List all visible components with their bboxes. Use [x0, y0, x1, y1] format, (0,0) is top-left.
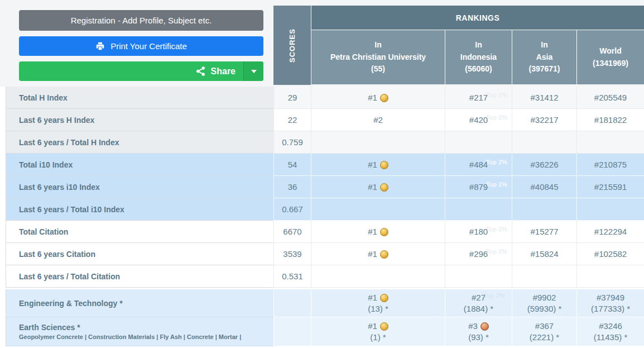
rank-cell-asia: #15277 — [512, 221, 576, 243]
rank-cell-indonesia — [445, 265, 512, 288]
registration-button-label: Registration - Add Profile, Subject etc. — [71, 16, 212, 25]
row-label: Last 6 years / Total H Index — [6, 131, 273, 154]
rank-cell-world: #210875 — [576, 154, 644, 176]
row-label: Total i10 Index — [6, 154, 273, 176]
print-certificate-button[interactable]: Print Your Certificate — [19, 36, 263, 56]
row-label: Total H Index — [6, 87, 273, 109]
score-cell: 6670 — [273, 221, 311, 243]
rank-cell-world: #102582 — [576, 243, 644, 265]
row-sublabel: Geopolymer Concrete | Construction Mater… — [19, 333, 241, 340]
rank-cell-petra — [311, 198, 445, 221]
rank-cell-petra: #2 — [311, 109, 445, 131]
rank-cell-petra — [311, 265, 445, 288]
rank-cell-asia — [512, 265, 576, 288]
rank-cell-indonesia: #217Top 2% — [445, 87, 512, 109]
top-percent-watermark: Top 2% — [484, 292, 505, 299]
share-button[interactable]: Share — [19, 61, 263, 81]
rank-cell-indonesia: #879Top 2% — [445, 176, 512, 198]
row-label: Last 6 years Citation — [6, 243, 273, 265]
rank-cell-world: #3246(11435) * — [576, 317, 644, 346]
gold-medal-icon — [380, 322, 388, 331]
rank-cell-asia: #32217 — [512, 109, 576, 131]
column-headers: InPetra Christian University(55)InIndone… — [311, 30, 644, 84]
rank-cell-asia: #36226 — [512, 154, 576, 176]
registration-button[interactable]: Registration - Add Profile, Subject etc. — [19, 10, 263, 31]
table-row: Last 6 years i10 Index36#1#879Top 2%#408… — [0, 176, 644, 198]
top-percent-watermark: Top 2% — [486, 247, 507, 255]
row-label: Earth Sciences *Geopolymer Concrete | Co… — [6, 317, 273, 346]
rank-cell-petra: #1 — [311, 176, 445, 198]
share-dropdown-toggle[interactable] — [243, 61, 263, 81]
rank-cell-indonesia: #420Top 2% — [445, 109, 512, 131]
gold-medal-icon — [380, 228, 388, 236]
top-percent-watermark: Top 2% — [486, 113, 507, 121]
table-row: Last 6 years Citation3539#1#296Top 2%#15… — [0, 243, 644, 265]
rankings-title: RANKINGS — [311, 6, 644, 30]
score-cell: 0.759 — [273, 131, 311, 154]
rank-cell-world — [576, 131, 644, 154]
score-cell: 0.667 — [273, 198, 311, 221]
rank-cell-indonesia — [445, 198, 512, 221]
gold-medal-icon — [380, 250, 388, 259]
rank-cell-world: #215591 — [576, 176, 644, 198]
rank-cell-world: #181822 — [576, 109, 644, 131]
gold-medal-icon — [380, 183, 388, 192]
rankings-header: RANKINGS InPetra Christian University(55… — [311, 6, 644, 85]
rank-cell-petra: #1 — [311, 243, 445, 265]
rank-cell-petra: #1 — [311, 154, 445, 176]
rank-cell-world — [576, 265, 644, 288]
row-label: Last 6 years / Total Citation — [6, 265, 273, 288]
rank-cell-petra: #1 — [311, 87, 445, 109]
rank-cell-world: #205549 — [576, 87, 644, 109]
column-header-indonesia: InIndonesia(56060) — [445, 30, 512, 84]
rank-cell-world — [576, 198, 644, 221]
score-cell: 0.531 — [273, 265, 311, 288]
row-label: Engineering & Technology * — [6, 289, 273, 317]
table-row: Last 6 years / Total i10 Index0.667 — [0, 198, 644, 221]
rank-cell-asia — [512, 198, 576, 221]
gold-medal-icon — [380, 294, 388, 302]
rank-cell-asia: #31412 — [512, 87, 576, 109]
score-cell: 54 — [273, 154, 311, 176]
rank-cell-indonesia: #3(93) * — [445, 317, 512, 346]
table-row: Total i10 Index54#1#484Top 2%#36226#2108… — [0, 154, 644, 176]
row-label: Last 6 years H Index — [6, 109, 273, 131]
gold-medal-icon — [380, 161, 388, 169]
rank-cell-petra: #1 — [311, 221, 445, 243]
share-button-label: Share — [211, 66, 236, 77]
printer-icon — [95, 41, 105, 51]
rank-cell-world: #122294 — [576, 221, 644, 243]
row-label: Last 6 years / Total i10 Index — [6, 198, 273, 221]
rank-cell-asia: #9902(59930) * — [512, 289, 576, 317]
top-percent-watermark: Top 2% — [486, 91, 507, 99]
column-header-petra: InPetra Christian University(55) — [311, 30, 445, 84]
gold-medal-icon — [380, 94, 388, 102]
score-cell: 36 — [273, 176, 311, 198]
top-percent-watermark: Top 2% — [486, 158, 507, 166]
row-label: Total Citation — [6, 221, 273, 243]
table-row: Last 6 years / Total H Index0.759 — [0, 131, 644, 154]
rank-cell-petra — [311, 131, 445, 154]
rank-cell-indonesia: #27(1884) *Top 2% — [445, 289, 512, 317]
rank-cell-asia: #40845 — [512, 176, 576, 198]
table-row: Total H Index29#1#217Top 2%#31412#205549 — [0, 87, 644, 109]
bronze-medal-icon — [480, 322, 489, 331]
table-row: Engineering & Technology *#1(13) *#27(18… — [0, 289, 644, 317]
rank-cell-world: #37949(177333) * — [576, 289, 644, 317]
rank-cell-asia — [512, 131, 576, 154]
score-cell — [273, 289, 311, 317]
column-header-world: World(1341969) — [576, 30, 644, 84]
top-percent-watermark: Top 2% — [486, 180, 507, 188]
scores-column-header: SCORES — [273, 6, 311, 85]
rank-cell-asia: #367(2221) * — [512, 317, 576, 346]
score-cell — [273, 317, 311, 346]
share-icon — [195, 66, 206, 77]
rank-cell-indonesia — [445, 131, 512, 154]
rank-cell-indonesia: #484Top 2% — [445, 154, 512, 176]
rank-cell-petra: #1(13) * — [311, 289, 445, 317]
table-row: Last 6 years H Index22#2#420Top 2%#32217… — [0, 109, 644, 131]
rank-cell-indonesia: #180Top 2% — [445, 221, 512, 243]
score-cell: 3539 — [273, 243, 311, 265]
top-percent-watermark: Top 2% — [486, 225, 507, 233]
table-row: Earth Sciences *Geopolymer Concrete | Co… — [0, 317, 644, 346]
